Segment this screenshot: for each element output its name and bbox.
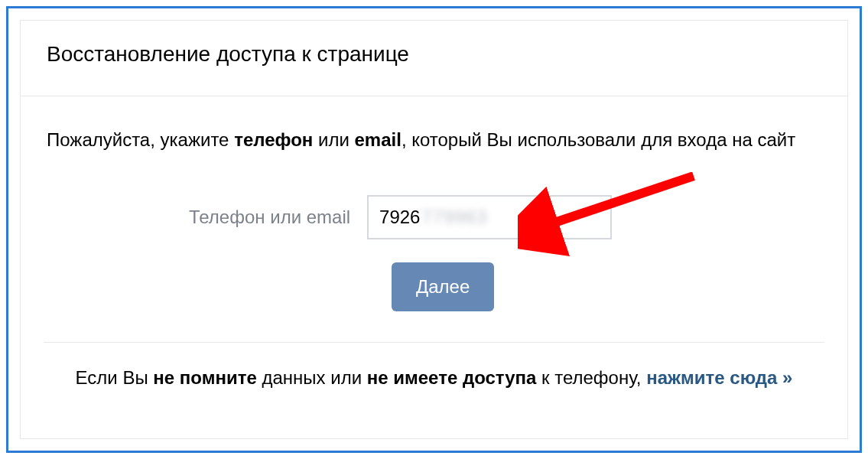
input-value-visible: 7926	[379, 207, 420, 228]
instruction-text: Пожалуйста, укажите телефон или email, к…	[44, 127, 824, 153]
instruction-bold-phone: телефон	[234, 129, 313, 150]
page-title: Восстановление доступа к странице	[47, 42, 821, 67]
instruction-part: или	[313, 129, 354, 150]
instruction-part: Пожалуйста, укажите	[47, 129, 234, 150]
panel-header: Восстановление доступа к странице	[21, 21, 847, 96]
footer-part: Если Вы	[76, 367, 154, 388]
panel-body: Пожалуйста, укажите телефон или email, к…	[21, 96, 847, 412]
recovery-panel: Восстановление доступа к странице Пожалу…	[20, 20, 848, 439]
footer-text: Если Вы не помните данных или не имеете …	[59, 367, 809, 389]
phone-email-label: Телефон или email	[189, 207, 350, 228]
input-value-blurred: 779963	[421, 207, 487, 228]
form-row: Телефон или email 7926779963	[44, 195, 824, 239]
footer-part: к телефону,	[536, 367, 646, 388]
button-row: Далее	[44, 262, 824, 311]
next-button[interactable]: Далее	[392, 262, 494, 311]
alternative-recovery-link[interactable]: нажмите сюда »	[646, 367, 792, 388]
instruction-part: , который Вы использовали для входа на с…	[401, 129, 795, 150]
outer-frame: Восстановление доступа к странице Пожалу…	[6, 6, 862, 453]
phone-email-input[interactable]: 7926779963	[367, 195, 612, 239]
panel-footer: Если Вы не помните данных или не имеете …	[44, 342, 824, 389]
footer-bold-remember: не помните	[153, 367, 256, 388]
instruction-bold-email: email	[355, 129, 401, 150]
footer-bold-access: не имеете доступа	[367, 367, 537, 388]
footer-part: данных или	[257, 367, 367, 388]
